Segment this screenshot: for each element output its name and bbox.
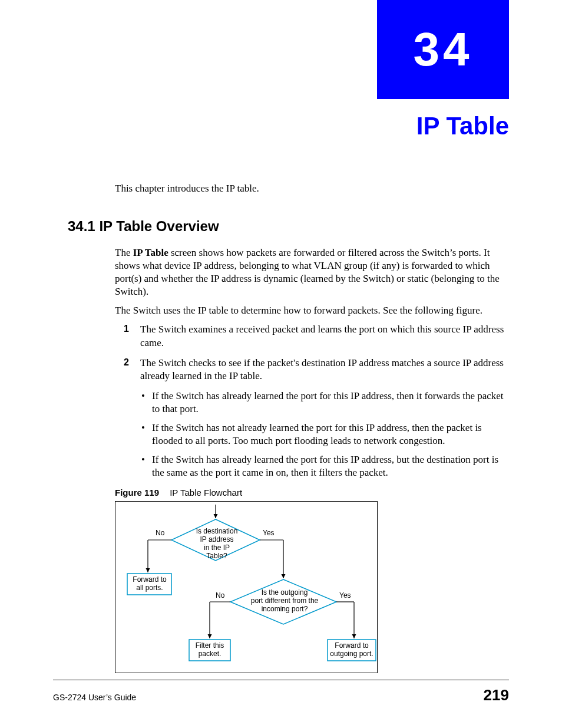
ordered-steps: 1 The Switch examines a received packet … [124, 323, 509, 382]
list-item: 2 The Switch checks to see if the packet… [124, 357, 509, 383]
step-text: The Switch examines a received packet an… [140, 324, 504, 348]
step-number: 1 [124, 323, 129, 335]
bold-term: IP Table [133, 247, 168, 258]
list-item: 1 The Switch examines a received packet … [124, 323, 509, 349]
footer-doc-title: GS-2724 User’s Guide [53, 693, 136, 702]
list-item: If the Switch has already learned the po… [141, 390, 509, 416]
step-number: 2 [124, 357, 129, 369]
process-node: Filter this packet. [192, 642, 227, 658]
edge-label-no: No [156, 529, 164, 538]
figure-title: IP Table Flowchart [170, 487, 242, 498]
chapter-number: 34 [414, 22, 473, 77]
section-paragraph-2: The Switch uses the IP table to determin… [115, 304, 509, 317]
section-heading: 34.1 IP Table Overview [68, 218, 509, 235]
process-node: Forward to outgoing port. [329, 642, 375, 658]
figure-caption: Figure 119 IP Table Flowchart [115, 487, 509, 498]
step-text: The Switch checks to see if the packet's… [140, 357, 504, 381]
edge-label-yes: Yes [263, 529, 275, 538]
page-footer: GS-2724 User’s Guide 219 [53, 680, 509, 704]
flowchart-diagram: Is destination IP address in the IP Tabl… [115, 501, 378, 673]
list-item: If the Switch has already learned the po… [141, 453, 509, 479]
page-number: 219 [484, 686, 509, 704]
bullet-list: If the Switch has already learned the po… [141, 390, 509, 480]
process-node: Forward to all ports. [130, 576, 169, 592]
edge-label-yes: Yes [339, 592, 351, 600]
list-item: If the Switch has not already learned th… [141, 421, 509, 447]
figure-number: Figure 119 [115, 487, 159, 498]
edge-label-no: No [216, 592, 224, 600]
chapter-intro: This chapter introduces the IP table. [115, 183, 509, 195]
chapter-title: IP Table [416, 112, 509, 140]
chapter-number-block: 34 [377, 0, 509, 99]
decision-node: Is destination IP address in the IP Tabl… [193, 528, 240, 560]
decision-node: Is the outgoing port different from the … [249, 589, 320, 613]
section-paragraph-1: The IP Table screen shows how packets ar… [115, 246, 509, 298]
